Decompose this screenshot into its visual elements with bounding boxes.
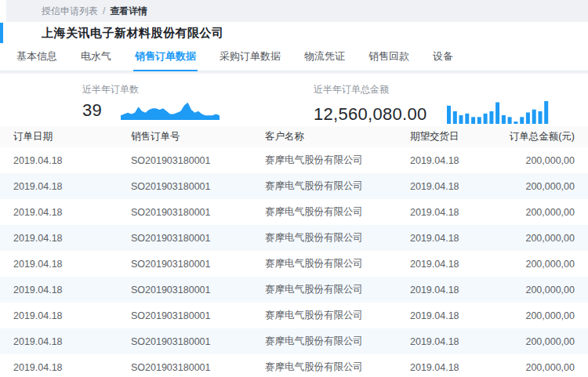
cell-customer-name: 赛摩电气股份有限公司 — [252, 199, 397, 225]
tab-3[interactable]: 采购订单数据 — [218, 44, 282, 71]
cell-total-amount: 200,000,00 — [483, 328, 588, 354]
stat-order-count-label: 近半年订单数 — [82, 83, 314, 96]
cell-customer-name: 赛摩电气股份有限公司 — [252, 277, 397, 303]
order-amount-bar-sparkline — [446, 100, 550, 124]
tab-0[interactable]: 基本信息 — [15, 44, 59, 71]
breadcrumb-parent-link[interactable]: 授信申请列表 — [42, 5, 98, 18]
summary-stats: 近半年订单数 39 近半年订单总金额 12,560,080.00 — [0, 74, 588, 126]
page-title: 上海关讯电子新材料股份有限公司 — [42, 26, 224, 41]
cell-total-amount: 200,000,00 — [483, 225, 588, 251]
stat-order-amount-label: 近半年订单总金额 — [314, 83, 550, 96]
cell-customer-name: 赛摩电气股份有限公司 — [252, 225, 397, 251]
tab-2[interactable]: 销售订单数据 — [133, 44, 198, 71]
breadcrumb-current: 查看详情 — [110, 5, 147, 18]
cell-total-amount: 200,000,00 — [483, 199, 588, 225]
cell-order-no: SO201903180001 — [118, 328, 252, 354]
detail-tabs: 基本信息电水气销售订单数据采购订单数据物流凭证销售回款设备 — [0, 44, 588, 71]
cell-order-no: SO201903180001 — [118, 354, 252, 377]
table-header: 订单日期销售订单号客户名称期望交货日订单总金额(元) — [0, 126, 588, 147]
column-header-1: 销售订单号 — [118, 126, 252, 147]
cell-order-date: 2019.04.18 — [0, 354, 118, 377]
cell-delivery-date: 2019.04.18 — [397, 147, 483, 173]
column-header-0: 订单日期 — [0, 126, 118, 147]
cell-customer-name: 赛摩电气股份有限公司 — [252, 303, 397, 328]
table-row[interactable]: 2019.04.18SO201903180001赛摩电气股份有限公司2019.0… — [0, 173, 588, 199]
table-row[interactable]: 2019.04.18SO201903180001赛摩电气股份有限公司2019.0… — [0, 328, 588, 354]
cell-order-date: 2019.04.18 — [0, 225, 118, 251]
table-row[interactable]: 2019.04.18SO201903180001赛摩电气股份有限公司2019.0… — [0, 225, 588, 251]
cell-order-date: 2019.04.18 — [0, 147, 118, 173]
cell-order-no: SO201903180001 — [118, 199, 252, 225]
cell-total-amount: 200,000,00 — [483, 147, 588, 173]
stat-order-amount-value: 12,560,080.00 — [314, 104, 427, 125]
table-body: 2019.04.18SO201903180001赛摩电气股份有限公司2019.0… — [0, 147, 588, 377]
cell-customer-name: 赛摩电气股份有限公司 — [252, 173, 397, 199]
column-header-3: 期望交货日 — [397, 126, 483, 147]
cell-order-date: 2019.04.18 — [0, 173, 118, 199]
breadcrumb-separator: / — [103, 5, 105, 16]
cell-order-no: SO201903180001 — [118, 173, 252, 199]
cell-delivery-date: 2019.04.18 — [397, 277, 483, 303]
table-row[interactable]: 2019.04.18SO201903180001赛摩电气股份有限公司2019.0… — [0, 303, 588, 328]
cell-delivery-date: 2019.04.18 — [397, 199, 483, 225]
cell-delivery-date: 2019.04.18 — [397, 225, 483, 251]
cell-delivery-date: 2019.04.18 — [397, 251, 483, 277]
cell-delivery-date: 2019.04.18 — [397, 328, 483, 354]
cell-order-no: SO201903180001 — [118, 251, 252, 277]
cell-order-no: SO201903180001 — [118, 225, 252, 251]
cell-order-date: 2019.04.18 — [0, 251, 118, 277]
table-row[interactable]: 2019.04.18SO201903180001赛摩电气股份有限公司2019.0… — [0, 277, 588, 303]
column-header-4: 订单总金额(元) — [483, 126, 588, 147]
title-accent-bar — [0, 23, 3, 43]
tab-5[interactable]: 销售回款 — [367, 44, 411, 71]
tab-1[interactable]: 电水气 — [79, 44, 113, 71]
cell-customer-name: 赛摩电气股份有限公司 — [252, 354, 397, 377]
stat-order-count-value: 39 — [82, 100, 102, 121]
cell-delivery-date: 2019.04.18 — [397, 354, 483, 377]
cell-order-no: SO201903180001 — [118, 147, 252, 173]
cell-total-amount: 200,000,00 — [483, 303, 588, 328]
cell-order-date: 2019.04.18 — [0, 277, 118, 303]
table-row[interactable]: 2019.04.18SO201903180001赛摩电气股份有限公司2019.0… — [0, 354, 588, 377]
tab-6[interactable]: 设备 — [431, 44, 455, 71]
cell-customer-name: 赛摩电气股份有限公司 — [252, 251, 397, 277]
tab-4[interactable]: 物流凭证 — [303, 44, 347, 71]
cell-total-amount: 200,000,00 — [483, 173, 588, 199]
credit-detail-page: 授信申请列表 / 查看详情 上海关讯电子新材料股份有限公司 基本信息电水气销售订… — [0, 0, 588, 377]
stat-order-amount: 近半年订单总金额 12,560,080.00 — [314, 74, 550, 126]
cell-order-date: 2019.04.18 — [0, 303, 118, 328]
cell-delivery-date: 2019.04.18 — [397, 173, 483, 199]
cell-order-date: 2019.04.18 — [0, 199, 118, 225]
cell-customer-name: 赛摩电气股份有限公司 — [252, 147, 397, 173]
stat-order-count: 近半年订单数 39 — [82, 74, 314, 126]
cell-order-no: SO201903180001 — [118, 303, 252, 328]
sales-orders-table: 订单日期销售订单号客户名称期望交货日订单总金额(元) 2019.04.18SO2… — [0, 126, 588, 377]
cell-customer-name: 赛摩电气股份有限公司 — [252, 328, 397, 354]
cell-total-amount: 200,000,00 — [483, 277, 588, 303]
cell-total-amount: 200,000,00 — [483, 251, 588, 277]
column-header-2: 客户名称 — [252, 126, 397, 147]
order-count-area-sparkline — [121, 100, 220, 120]
cell-order-date: 2019.04.18 — [0, 328, 118, 354]
breadcrumb: 授信申请列表 / 查看详情 — [6, 0, 588, 22]
table-row[interactable]: 2019.04.18SO201903180001赛摩电气股份有限公司2019.0… — [0, 251, 588, 277]
cell-total-amount: 200,000,00 — [483, 354, 588, 377]
title-bar: 上海关讯电子新材料股份有限公司 — [0, 22, 588, 44]
table-row[interactable]: 2019.04.18SO201903180001赛摩电气股份有限公司2019.0… — [0, 147, 588, 173]
cell-order-no: SO201903180001 — [118, 277, 252, 303]
table-row[interactable]: 2019.04.18SO201903180001赛摩电气股份有限公司2019.0… — [0, 199, 588, 225]
cell-delivery-date: 2019.04.18 — [397, 303, 483, 328]
